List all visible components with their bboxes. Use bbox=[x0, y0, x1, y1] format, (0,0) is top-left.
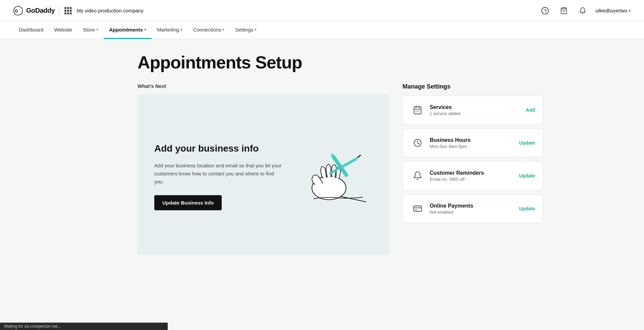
services-card: Services 1 service added Add bbox=[402, 96, 543, 124]
update-business-info-button[interactable]: Update Business Info bbox=[154, 195, 222, 210]
settings-cards: Services 1 service added Add bbox=[402, 96, 543, 223]
godaddy-logo-icon: G bbox=[13, 6, 23, 15]
nav-store[interactable]: Store ▾ bbox=[77, 21, 104, 39]
settings-caret: ▾ bbox=[255, 28, 257, 32]
svg-rect-17 bbox=[417, 111, 418, 111]
services-icon bbox=[411, 103, 424, 117]
nav-appointments[interactable]: Appointments ▾ bbox=[104, 21, 152, 39]
marketing-caret: ▾ bbox=[180, 28, 182, 32]
business-hours-card: Business Hours Mon-Sun 9am-5pm Update bbox=[402, 128, 543, 157]
business-hours-title: Business Hours bbox=[430, 137, 514, 143]
top-bar-right: ? uifeedbuyertwo bbox=[539, 5, 631, 17]
manage-settings-section: Manage Settings bbox=[402, 83, 543, 223]
top-bar: G GoDaddy My video production company ? bbox=[0, 0, 644, 21]
main-grid: What's Next Add your business info Add y… bbox=[138, 83, 543, 255]
business-hours-subtitle: Mon-Sun 9am-5pm bbox=[430, 144, 514, 149]
online-payments-subtitle: Not enabled bbox=[430, 210, 514, 215]
whats-next-label: What's Next bbox=[138, 83, 389, 89]
nav-connections[interactable]: Connections ▾ bbox=[188, 21, 230, 39]
cart-button[interactable] bbox=[558, 5, 570, 17]
notifications-button[interactable] bbox=[577, 5, 589, 17]
customer-reminders-icon bbox=[411, 169, 424, 182]
question-icon: ? bbox=[541, 7, 549, 14]
manage-settings-label: Manage Settings bbox=[402, 83, 543, 90]
svg-rect-22 bbox=[414, 206, 421, 211]
svg-rect-16 bbox=[416, 111, 416, 111]
online-payments-info: Online Payments Not enabled bbox=[430, 203, 514, 215]
business-hours-info: Business Hours Mon-Sun 9am-5pm bbox=[430, 137, 514, 149]
online-payments-icon bbox=[411, 202, 424, 215]
page-title: Appointments Setup bbox=[138, 52, 543, 72]
writing-svg bbox=[292, 142, 372, 210]
card-description: Add your business location and email so … bbox=[154, 162, 282, 186]
online-payments-update-button[interactable]: Update bbox=[519, 206, 535, 211]
logo-divider bbox=[59, 6, 60, 15]
connections-caret: ▾ bbox=[222, 28, 224, 32]
whats-next-section: What's Next Add your business info Add y… bbox=[138, 83, 389, 255]
bell-icon bbox=[579, 7, 586, 14]
services-info: Services 1 service added bbox=[430, 104, 521, 116]
company-name: My video production company bbox=[76, 8, 143, 13]
page-content: Appointments Setup What's Next Add your … bbox=[87, 39, 557, 269]
services-title: Services bbox=[430, 104, 521, 110]
svg-line-21 bbox=[418, 143, 419, 144]
svg-text:?: ? bbox=[544, 8, 547, 13]
help-button[interactable]: ? bbox=[539, 5, 551, 17]
svg-rect-12 bbox=[414, 107, 421, 114]
svg-rect-18 bbox=[419, 111, 420, 111]
grid-apps-icon[interactable] bbox=[64, 7, 72, 14]
services-subtitle: 1 service added bbox=[430, 111, 521, 116]
online-payments-title: Online Payments bbox=[430, 203, 514, 209]
customer-reminders-title: Customer Reminders bbox=[430, 170, 514, 176]
customer-reminders-card: Customer Reminders Email on, SMS off Upd… bbox=[402, 161, 543, 190]
customer-reminders-info: Customer Reminders Email on, SMS off bbox=[430, 170, 514, 182]
user-menu-button[interactable]: uifeedbuyertwo bbox=[595, 8, 631, 13]
cart-icon bbox=[560, 7, 568, 14]
nav-dashboard[interactable]: Dashboard bbox=[13, 21, 49, 39]
business-hours-update-button[interactable]: Update bbox=[519, 140, 535, 146]
logo-area: G GoDaddy bbox=[13, 6, 55, 15]
nav-marketing[interactable]: Marketing ▾ bbox=[152, 21, 188, 39]
services-add-button[interactable]: Add bbox=[526, 107, 535, 113]
store-caret: ▾ bbox=[96, 28, 98, 32]
business-hours-icon bbox=[411, 136, 424, 150]
nav-settings[interactable]: Settings ▾ bbox=[230, 21, 262, 39]
online-payments-card: Online Payments Not enabled Update bbox=[402, 194, 543, 223]
card-heading: Add your business info bbox=[154, 143, 282, 155]
writing-illustration bbox=[292, 142, 372, 211]
godaddy-logo-text: GoDaddy bbox=[26, 7, 55, 14]
top-bar-left: G GoDaddy My video production company bbox=[13, 6, 539, 15]
nav-website[interactable]: Website bbox=[49, 21, 77, 39]
customer-reminders-subtitle: Email on, SMS off bbox=[430, 177, 514, 182]
svg-text:G: G bbox=[15, 8, 18, 13]
card-text: Add your business info Add your business… bbox=[154, 143, 282, 210]
appointments-caret: ▾ bbox=[144, 28, 146, 32]
svg-rect-24 bbox=[415, 209, 417, 210]
customer-reminders-update-button[interactable]: Update bbox=[519, 173, 535, 178]
nav-bar: Dashboard Website Store ▾ Appointments ▾… bbox=[0, 21, 644, 39]
user-name-label: uifeedbuyertwo bbox=[595, 8, 627, 13]
main-card: Add your business info Add your business… bbox=[138, 94, 389, 255]
